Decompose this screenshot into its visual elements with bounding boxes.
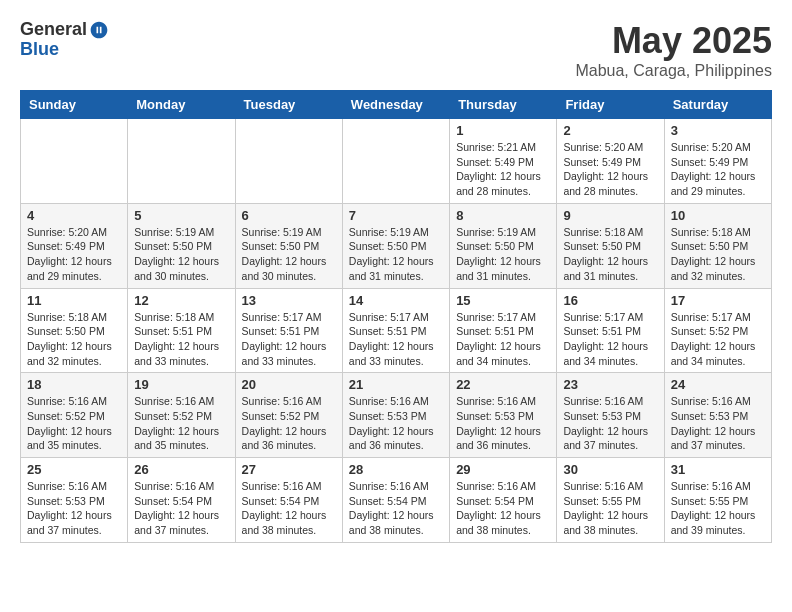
header-tuesday: Tuesday bbox=[235, 91, 342, 119]
calendar-cell bbox=[342, 119, 449, 204]
header-friday: Friday bbox=[557, 91, 664, 119]
day-number: 11 bbox=[27, 293, 121, 308]
calendar-cell: 13Sunrise: 5:17 AM Sunset: 5:51 PM Dayli… bbox=[235, 288, 342, 373]
day-info: Sunrise: 5:16 AM Sunset: 5:54 PM Dayligh… bbox=[349, 479, 443, 538]
day-number: 5 bbox=[134, 208, 228, 223]
day-number: 23 bbox=[563, 377, 657, 392]
calendar-cell: 21Sunrise: 5:16 AM Sunset: 5:53 PM Dayli… bbox=[342, 373, 449, 458]
day-info: Sunrise: 5:16 AM Sunset: 5:53 PM Dayligh… bbox=[27, 479, 121, 538]
day-number: 20 bbox=[242, 377, 336, 392]
day-number: 17 bbox=[671, 293, 765, 308]
day-number: 18 bbox=[27, 377, 121, 392]
calendar-table: SundayMondayTuesdayWednesdayThursdayFrid… bbox=[20, 90, 772, 543]
calendar-cell: 29Sunrise: 5:16 AM Sunset: 5:54 PM Dayli… bbox=[450, 458, 557, 543]
day-info: Sunrise: 5:20 AM Sunset: 5:49 PM Dayligh… bbox=[27, 225, 121, 284]
day-info: Sunrise: 5:16 AM Sunset: 5:52 PM Dayligh… bbox=[27, 394, 121, 453]
day-number: 15 bbox=[456, 293, 550, 308]
calendar-cell: 17Sunrise: 5:17 AM Sunset: 5:52 PM Dayli… bbox=[664, 288, 771, 373]
calendar-cell: 18Sunrise: 5:16 AM Sunset: 5:52 PM Dayli… bbox=[21, 373, 128, 458]
day-info: Sunrise: 5:21 AM Sunset: 5:49 PM Dayligh… bbox=[456, 140, 550, 199]
calendar-cell: 11Sunrise: 5:18 AM Sunset: 5:50 PM Dayli… bbox=[21, 288, 128, 373]
calendar-cell: 10Sunrise: 5:18 AM Sunset: 5:50 PM Dayli… bbox=[664, 203, 771, 288]
day-info: Sunrise: 5:20 AM Sunset: 5:49 PM Dayligh… bbox=[563, 140, 657, 199]
calendar-cell: 20Sunrise: 5:16 AM Sunset: 5:52 PM Dayli… bbox=[235, 373, 342, 458]
calendar-cell: 16Sunrise: 5:17 AM Sunset: 5:51 PM Dayli… bbox=[557, 288, 664, 373]
calendar-cell: 26Sunrise: 5:16 AM Sunset: 5:54 PM Dayli… bbox=[128, 458, 235, 543]
calendar-cell bbox=[21, 119, 128, 204]
day-info: Sunrise: 5:20 AM Sunset: 5:49 PM Dayligh… bbox=[671, 140, 765, 199]
day-number: 12 bbox=[134, 293, 228, 308]
day-info: Sunrise: 5:16 AM Sunset: 5:54 PM Dayligh… bbox=[134, 479, 228, 538]
title-area: May 2025 Mabua, Caraga, Philippines bbox=[575, 20, 772, 80]
day-number: 7 bbox=[349, 208, 443, 223]
day-number: 10 bbox=[671, 208, 765, 223]
calendar-cell bbox=[235, 119, 342, 204]
day-info: Sunrise: 5:19 AM Sunset: 5:50 PM Dayligh… bbox=[242, 225, 336, 284]
day-number: 28 bbox=[349, 462, 443, 477]
day-info: Sunrise: 5:17 AM Sunset: 5:51 PM Dayligh… bbox=[242, 310, 336, 369]
day-number: 26 bbox=[134, 462, 228, 477]
day-info: Sunrise: 5:18 AM Sunset: 5:51 PM Dayligh… bbox=[134, 310, 228, 369]
day-info: Sunrise: 5:19 AM Sunset: 5:50 PM Dayligh… bbox=[456, 225, 550, 284]
calendar-cell: 6Sunrise: 5:19 AM Sunset: 5:50 PM Daylig… bbox=[235, 203, 342, 288]
day-info: Sunrise: 5:16 AM Sunset: 5:52 PM Dayligh… bbox=[134, 394, 228, 453]
main-title: May 2025 bbox=[575, 20, 772, 62]
calendar-cell: 25Sunrise: 5:16 AM Sunset: 5:53 PM Dayli… bbox=[21, 458, 128, 543]
calendar-cell: 27Sunrise: 5:16 AM Sunset: 5:54 PM Dayli… bbox=[235, 458, 342, 543]
day-info: Sunrise: 5:19 AM Sunset: 5:50 PM Dayligh… bbox=[134, 225, 228, 284]
day-number: 25 bbox=[27, 462, 121, 477]
day-number: 13 bbox=[242, 293, 336, 308]
calendar-cell bbox=[128, 119, 235, 204]
calendar-week-row: 11Sunrise: 5:18 AM Sunset: 5:50 PM Dayli… bbox=[21, 288, 772, 373]
header-monday: Monday bbox=[128, 91, 235, 119]
day-number: 6 bbox=[242, 208, 336, 223]
day-number: 31 bbox=[671, 462, 765, 477]
day-info: Sunrise: 5:18 AM Sunset: 5:50 PM Dayligh… bbox=[671, 225, 765, 284]
calendar-week-row: 25Sunrise: 5:16 AM Sunset: 5:53 PM Dayli… bbox=[21, 458, 772, 543]
calendar-cell: 30Sunrise: 5:16 AM Sunset: 5:55 PM Dayli… bbox=[557, 458, 664, 543]
day-number: 8 bbox=[456, 208, 550, 223]
subtitle: Mabua, Caraga, Philippines bbox=[575, 62, 772, 80]
logo-general-text: General bbox=[20, 20, 87, 40]
calendar-header-row: SundayMondayTuesdayWednesdayThursdayFrid… bbox=[21, 91, 772, 119]
day-number: 16 bbox=[563, 293, 657, 308]
day-number: 19 bbox=[134, 377, 228, 392]
day-number: 30 bbox=[563, 462, 657, 477]
calendar-cell: 4Sunrise: 5:20 AM Sunset: 5:49 PM Daylig… bbox=[21, 203, 128, 288]
calendar-cell: 23Sunrise: 5:16 AM Sunset: 5:53 PM Dayli… bbox=[557, 373, 664, 458]
day-number: 24 bbox=[671, 377, 765, 392]
calendar-cell: 7Sunrise: 5:19 AM Sunset: 5:50 PM Daylig… bbox=[342, 203, 449, 288]
calendar-cell: 24Sunrise: 5:16 AM Sunset: 5:53 PM Dayli… bbox=[664, 373, 771, 458]
calendar-cell: 9Sunrise: 5:18 AM Sunset: 5:50 PM Daylig… bbox=[557, 203, 664, 288]
day-info: Sunrise: 5:16 AM Sunset: 5:53 PM Dayligh… bbox=[671, 394, 765, 453]
calendar-cell: 22Sunrise: 5:16 AM Sunset: 5:53 PM Dayli… bbox=[450, 373, 557, 458]
logo-blue-text: Blue bbox=[20, 40, 109, 60]
day-info: Sunrise: 5:16 AM Sunset: 5:55 PM Dayligh… bbox=[563, 479, 657, 538]
day-number: 27 bbox=[242, 462, 336, 477]
day-info: Sunrise: 5:16 AM Sunset: 5:53 PM Dayligh… bbox=[456, 394, 550, 453]
day-number: 29 bbox=[456, 462, 550, 477]
calendar-cell: 3Sunrise: 5:20 AM Sunset: 5:49 PM Daylig… bbox=[664, 119, 771, 204]
day-number: 21 bbox=[349, 377, 443, 392]
calendar-cell: 12Sunrise: 5:18 AM Sunset: 5:51 PM Dayli… bbox=[128, 288, 235, 373]
calendar-cell: 2Sunrise: 5:20 AM Sunset: 5:49 PM Daylig… bbox=[557, 119, 664, 204]
header-thursday: Thursday bbox=[450, 91, 557, 119]
day-number: 2 bbox=[563, 123, 657, 138]
logo-icon bbox=[89, 20, 109, 40]
calendar-cell: 15Sunrise: 5:17 AM Sunset: 5:51 PM Dayli… bbox=[450, 288, 557, 373]
calendar-week-row: 1Sunrise: 5:21 AM Sunset: 5:49 PM Daylig… bbox=[21, 119, 772, 204]
calendar-cell: 5Sunrise: 5:19 AM Sunset: 5:50 PM Daylig… bbox=[128, 203, 235, 288]
calendar-cell: 19Sunrise: 5:16 AM Sunset: 5:52 PM Dayli… bbox=[128, 373, 235, 458]
day-info: Sunrise: 5:17 AM Sunset: 5:51 PM Dayligh… bbox=[563, 310, 657, 369]
header-sunday: Sunday bbox=[21, 91, 128, 119]
day-number: 3 bbox=[671, 123, 765, 138]
day-info: Sunrise: 5:18 AM Sunset: 5:50 PM Dayligh… bbox=[563, 225, 657, 284]
day-info: Sunrise: 5:19 AM Sunset: 5:50 PM Dayligh… bbox=[349, 225, 443, 284]
day-number: 22 bbox=[456, 377, 550, 392]
day-info: Sunrise: 5:17 AM Sunset: 5:51 PM Dayligh… bbox=[456, 310, 550, 369]
calendar-cell: 8Sunrise: 5:19 AM Sunset: 5:50 PM Daylig… bbox=[450, 203, 557, 288]
calendar-week-row: 18Sunrise: 5:16 AM Sunset: 5:52 PM Dayli… bbox=[21, 373, 772, 458]
day-info: Sunrise: 5:16 AM Sunset: 5:53 PM Dayligh… bbox=[349, 394, 443, 453]
day-number: 1 bbox=[456, 123, 550, 138]
day-info: Sunrise: 5:16 AM Sunset: 5:54 PM Dayligh… bbox=[242, 479, 336, 538]
